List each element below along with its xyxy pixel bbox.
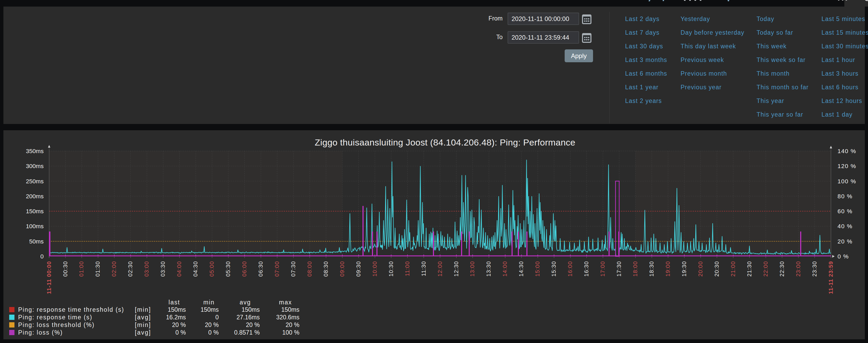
svg-text:0: 0 <box>40 253 44 260</box>
svg-text:11-11 00:00: 11-11 00:00 <box>46 261 52 294</box>
svg-text:02:00: 02:00 <box>111 261 117 277</box>
svg-text:20 %: 20 % <box>205 321 219 328</box>
svg-text:17:00: 17:00 <box>599 261 606 277</box>
svg-text:12:30: 12:30 <box>453 261 460 277</box>
svg-text:20 %: 20 % <box>172 321 186 328</box>
svg-text:22:00: 22:00 <box>763 261 769 277</box>
svg-text:06:30: 06:30 <box>258 261 264 277</box>
svg-text:00:30: 00:30 <box>62 261 69 277</box>
svg-text:60 %: 60 % <box>838 208 852 214</box>
svg-text:21:00: 21:00 <box>730 261 736 277</box>
svg-text:150ms: 150ms <box>168 306 186 313</box>
svg-text:13:30: 13:30 <box>486 261 492 277</box>
svg-text:50ms: 50ms <box>29 238 44 245</box>
svg-text:max: max <box>279 299 292 306</box>
svg-text:04:00: 04:00 <box>176 261 182 277</box>
svg-text:[min]: [min] <box>135 306 151 313</box>
svg-text:17:30: 17:30 <box>616 261 622 277</box>
svg-text:Ping: loss (%): Ping: loss (%) <box>18 329 63 336</box>
svg-text:min: min <box>203 299 215 306</box>
svg-text:20 %: 20 % <box>246 321 260 328</box>
svg-text:18:30: 18:30 <box>649 261 655 277</box>
svg-text:11:30: 11:30 <box>421 261 427 276</box>
svg-text:40 %: 40 % <box>838 223 852 230</box>
svg-text:350ms: 350ms <box>26 148 44 155</box>
svg-text:19:30: 19:30 <box>681 261 687 277</box>
svg-text:150ms: 150ms <box>281 306 300 313</box>
svg-text:18:00: 18:00 <box>632 261 639 277</box>
svg-text:10:00: 10:00 <box>372 261 378 277</box>
svg-text:21:30: 21:30 <box>746 261 753 277</box>
svg-text:[avg]: [avg] <box>135 314 151 321</box>
svg-text:200ms: 200ms <box>26 193 44 200</box>
svg-text:11-11 23:59: 11-11 23:59 <box>828 261 834 294</box>
svg-text:140 %: 140 % <box>838 148 856 155</box>
svg-text:07:30: 07:30 <box>290 261 297 277</box>
svg-text:14:00: 14:00 <box>502 261 508 277</box>
svg-text:100 %: 100 % <box>838 178 856 185</box>
svg-text:[avg]: [avg] <box>135 329 151 336</box>
svg-text:0.8571 %: 0.8571 % <box>234 329 260 336</box>
svg-text:Ping: response time (s): Ping: response time (s) <box>18 314 92 321</box>
svg-text:16.2ms: 16.2ms <box>166 314 186 321</box>
svg-text:20 %: 20 % <box>286 321 300 328</box>
svg-text:0 %: 0 % <box>175 329 186 336</box>
svg-text:150ms: 150ms <box>200 306 219 313</box>
svg-text:05:30: 05:30 <box>225 261 231 277</box>
svg-text:Ping: response time threshold: Ping: response time threshold (s) <box>18 306 124 313</box>
svg-text:01:00: 01:00 <box>78 261 85 277</box>
svg-text:Ziggo thuisaansluiting Joost (: Ziggo thuisaansluiting Joost (84.104.206… <box>315 137 576 147</box>
svg-text:04:30: 04:30 <box>192 261 199 277</box>
svg-text:10:30: 10:30 <box>388 261 394 277</box>
svg-text:16:30: 16:30 <box>583 261 590 277</box>
svg-text:07:00: 07:00 <box>274 261 280 277</box>
svg-text:Ping: loss threshold (%): Ping: loss threshold (%) <box>18 321 95 328</box>
svg-text:250ms: 250ms <box>26 178 44 185</box>
svg-text:09:00: 09:00 <box>339 261 345 277</box>
svg-text:0: 0 <box>215 314 219 321</box>
svg-text:12:00: 12:00 <box>437 261 443 277</box>
svg-text:15:00: 15:00 <box>534 261 541 277</box>
svg-text:15:30: 15:30 <box>551 261 557 277</box>
svg-text:avg: avg <box>240 299 251 306</box>
svg-text:19:00: 19:00 <box>665 261 671 277</box>
svg-text:03:00: 03:00 <box>144 261 150 277</box>
svg-text:20:00: 20:00 <box>698 261 704 277</box>
svg-text:01:30: 01:30 <box>95 261 101 277</box>
svg-text:320.6ms: 320.6ms <box>276 314 300 321</box>
svg-text:16:00: 16:00 <box>567 261 573 277</box>
svg-text:80 %: 80 % <box>838 193 852 200</box>
svg-text:23:00: 23:00 <box>795 261 802 277</box>
svg-text:[min]: [min] <box>135 321 151 328</box>
svg-text:0 %: 0 % <box>838 253 849 260</box>
svg-text:120 %: 120 % <box>838 163 856 169</box>
svg-text:08:30: 08:30 <box>323 261 329 277</box>
svg-text:14:30: 14:30 <box>518 261 524 277</box>
svg-text:150ms: 150ms <box>26 208 44 214</box>
svg-text:03:30: 03:30 <box>160 261 166 277</box>
svg-text:22:30: 22:30 <box>779 261 785 277</box>
svg-text:11:00: 11:00 <box>404 261 411 276</box>
svg-text:05:00: 05:00 <box>209 261 215 277</box>
svg-text:08:00: 08:00 <box>307 261 313 277</box>
svg-text:100ms: 100ms <box>26 223 44 230</box>
svg-text:02:30: 02:30 <box>127 261 133 277</box>
svg-text:300ms: 300ms <box>26 163 44 169</box>
svg-text:09:30: 09:30 <box>355 261 362 277</box>
svg-text:150ms: 150ms <box>242 306 260 313</box>
svg-text:100 %: 100 % <box>282 329 300 336</box>
svg-text:20 %: 20 % <box>838 238 852 245</box>
svg-text:23:30: 23:30 <box>811 261 818 277</box>
svg-text:27.16ms: 27.16ms <box>237 314 260 321</box>
svg-text:20:30: 20:30 <box>714 261 720 277</box>
svg-text:0 %: 0 % <box>208 329 219 336</box>
svg-text:06:00: 06:00 <box>241 261 248 277</box>
svg-text:13:00: 13:00 <box>469 261 475 277</box>
svg-text:last: last <box>168 299 180 306</box>
